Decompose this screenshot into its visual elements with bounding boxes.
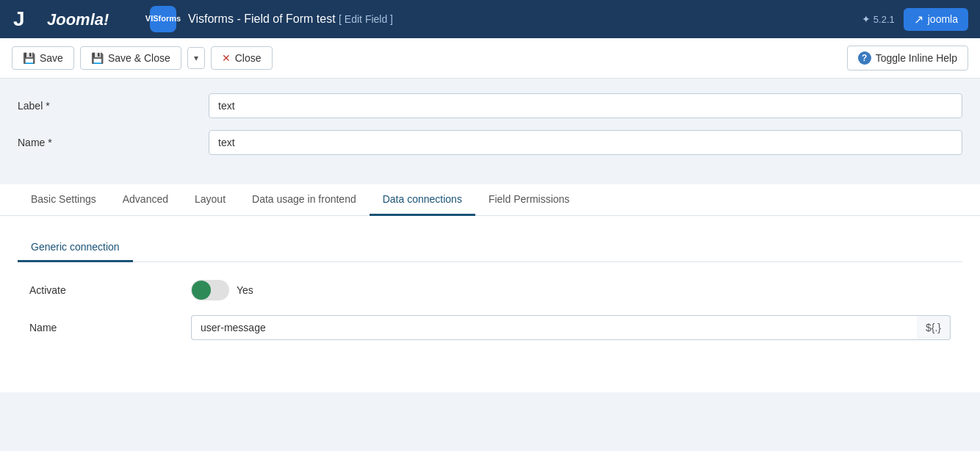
activate-state-label: Yes	[237, 284, 253, 296]
tab-content: Generic connection Activate Yes Name ${.…	[0, 216, 980, 392]
version-badge: ✦ 5.2.1	[862, 13, 895, 25]
app-icon: VISforms	[150, 6, 176, 32]
joomla-logo[interactable]: J Joomla!	[12, 5, 126, 33]
joomla-wordmark: Joomla!	[46, 6, 126, 32]
close-icon: ✕	[222, 52, 231, 64]
save-close-button[interactable]: 💾 Save & Close	[80, 46, 181, 70]
user-label: joomla	[928, 13, 958, 25]
toolbar: 💾 Save 💾 Save & Close ▾ ✕ Close ? Toggle…	[0, 38, 980, 79]
joomla-logo-icon: J	[12, 5, 40, 33]
help-label: Toggle Inline Help	[876, 52, 957, 64]
toggle-track	[191, 280, 229, 300]
save-dropdown-button[interactable]: ▾	[187, 47, 205, 69]
navbar: J Joomla! VISforms Visforms - Field of F…	[0, 0, 980, 38]
tab-data-connections[interactable]: Data connections	[370, 184, 475, 216]
name-input[interactable]	[209, 130, 962, 155]
connection-name-label: Name	[29, 322, 191, 333]
activate-toggle[interactable]	[191, 280, 229, 300]
navbar-right: ✦ 5.2.1 ↗ joomla	[862, 8, 968, 31]
save-close-label: Save & Close	[108, 52, 170, 64]
close-button[interactable]: ✕ Close	[211, 46, 273, 70]
version-icon: ✦	[862, 13, 871, 25]
navbar-title: Visforms - Field of Form test [ Edit Fie…	[188, 12, 393, 26]
user-button[interactable]: ↗ joomla	[904, 8, 968, 31]
name-field-label: Name *	[18, 137, 209, 148]
tab-advanced[interactable]: Advanced	[109, 184, 181, 216]
help-icon: ?	[858, 51, 871, 65]
tabs: Basic Settings Advanced Layout Data usag…	[0, 184, 980, 215]
label-input[interactable]	[209, 93, 962, 118]
connection-name-row: Name ${.}	[18, 315, 962, 340]
activate-row: Activate Yes	[18, 280, 962, 300]
label-field-label: Label *	[18, 100, 209, 112]
save-label: Save	[40, 52, 63, 64]
version-number: 5.2.1	[873, 14, 895, 25]
svg-text:Joomla!: Joomla!	[47, 10, 109, 29]
connection-name-input[interactable]	[191, 315, 917, 340]
external-link-icon: ↗	[914, 12, 923, 26]
activate-toggle-wrapper: Yes	[191, 280, 253, 300]
svg-text:J: J	[13, 7, 25, 30]
close-label: Close	[235, 52, 262, 64]
name-row: Name *	[18, 130, 962, 155]
toggle-thumb	[192, 281, 211, 300]
connection-name-input-group: ${.}	[191, 315, 951, 340]
save-icon: 💾	[23, 52, 35, 64]
sub-tab-generic-connection[interactable]: Generic connection	[18, 234, 133, 262]
activate-label: Activate	[29, 284, 191, 296]
form-area: Label * Name *	[0, 79, 980, 181]
chevron-down-icon: ▾	[194, 53, 198, 63]
connection-name-append: ${.}	[917, 315, 951, 340]
save-close-icon: 💾	[91, 52, 104, 64]
sub-tabs: Generic connection	[18, 234, 962, 262]
save-button[interactable]: 💾 Save	[12, 46, 74, 70]
toggle-help-button[interactable]: ? Toggle Inline Help	[847, 46, 968, 71]
tab-basic-settings[interactable]: Basic Settings	[18, 184, 109, 216]
toolbar-right: ? Toggle Inline Help	[847, 46, 968, 71]
tab-field-permissions[interactable]: Field Permissions	[475, 184, 583, 216]
tab-data-usage[interactable]: Data usage in frontend	[239, 184, 370, 216]
tabs-container: Basic Settings Advanced Layout Data usag…	[0, 184, 980, 216]
tab-layout[interactable]: Layout	[181, 184, 239, 216]
label-row: Label *	[18, 93, 962, 118]
